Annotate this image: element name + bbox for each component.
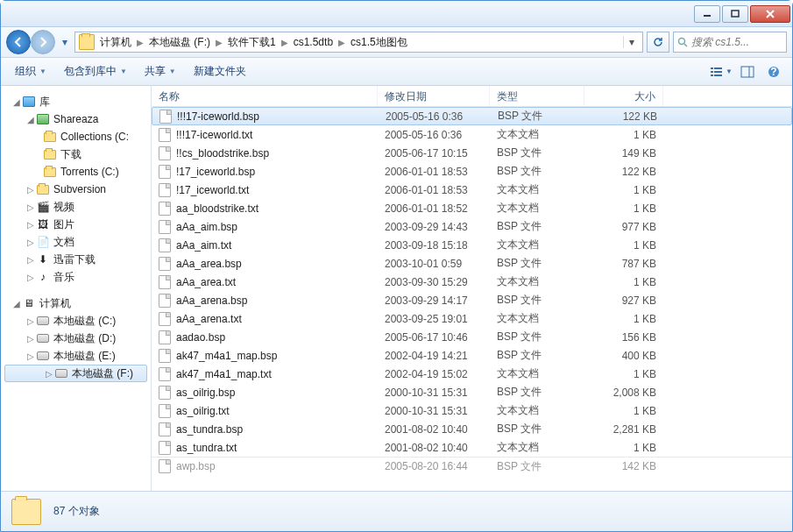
file-type: BSP 文件 — [490, 348, 584, 363]
search-input[interactable]: 搜索 cs1.5... — [673, 32, 787, 53]
navigation-tree[interactable]: ◢库 ◢Shareaza Collections (C: 下载 Torrents… — [1, 86, 152, 491]
tree-documents[interactable]: ▷📄文档 — [1, 233, 151, 251]
file-date: 2003-09-29 14:17 — [378, 294, 490, 307]
maximize-button[interactable] — [722, 5, 748, 23]
chevron-right-icon[interactable]: ▶ — [278, 38, 292, 47]
file-type: 文本文档 — [490, 238, 584, 252]
file-row[interactable]: as_tundra.bsp2001-08-02 10:40BSP 文件2,281… — [152, 420, 792, 438]
file-row[interactable]: aAa_area.bsp2003-10-01 0:59BSP 文件787 KB — [152, 254, 792, 273]
address-bar[interactable]: 计算机▶ 本地磁盘 (F:)▶ 软件下载1▶ cs1.5dtb▶ cs1.5地图… — [74, 32, 643, 53]
tree-libraries[interactable]: ◢库 — [1, 93, 151, 110]
help-button[interactable]: ? — [762, 62, 785, 82]
chevron-right-icon[interactable]: ▶ — [335, 38, 349, 47]
tree-drive-e[interactable]: ▷本地磁盘 (E:) — [1, 347, 151, 365]
file-size: 400 KB — [584, 350, 663, 362]
tree-shareaza[interactable]: ◢Shareaza — [1, 110, 151, 128]
file-date: 2006-01-01 18:53 — [378, 166, 490, 178]
file-row[interactable]: aAa_arena.bsp2003-09-29 14:17BSP 文件927 K… — [152, 291, 792, 309]
file-row[interactable]: !!cs_bloodstrike.bsp2005-06-17 10:15BSP … — [152, 144, 792, 162]
file-size: 2,008 KB — [584, 387, 663, 399]
file-row[interactable]: as_oilrig.txt2000-10-31 15:31文本文档1 KB — [152, 401, 792, 420]
file-row[interactable]: aAa_area.txt2003-09-30 15:29文本文档1 KB — [152, 273, 792, 291]
crumb-folder2[interactable]: cs1.5dtb — [292, 36, 335, 48]
file-date: 2003-10-01 0:59 — [378, 258, 490, 270]
crumb-drive[interactable]: 本地磁盘 (F:) — [147, 35, 212, 50]
file-row[interactable]: !!!17-iceworld.txt2005-05-16 0:36文本文档1 K… — [152, 125, 792, 144]
forward-button[interactable] — [31, 30, 55, 54]
download-icon: ⬇ — [36, 252, 50, 266]
file-icon — [159, 386, 171, 400]
file-date: 2005-06-17 10:15 — [378, 147, 490, 160]
crumb-folder1[interactable]: 软件下载1 — [226, 35, 278, 50]
search-icon — [677, 37, 688, 47]
file-row[interactable]: !!!17-iceworld.bsp2005-05-16 0:36BSP 文件1… — [152, 107, 792, 125]
address-dropdown[interactable]: ▾ — [623, 36, 639, 48]
tree-drive-d[interactable]: ▷本地磁盘 (D:) — [1, 330, 151, 347]
tree-pictures[interactable]: ▷🖼图片 — [1, 216, 151, 233]
file-row[interactable]: awp.bsp2005-08-20 16:44BSP 文件142 KB — [152, 457, 792, 475]
tree-drive-c[interactable]: ▷本地磁盘 (C:) — [1, 312, 151, 330]
file-date: 2005-05-16 0:36 — [379, 110, 491, 123]
file-row[interactable]: !17_iceworld.txt2006-01-01 18:53文本文档1 KB — [152, 181, 792, 199]
file-name: ak47_m4a1_map.bsp — [176, 350, 277, 362]
chevron-right-icon[interactable]: ▶ — [212, 38, 226, 47]
tree-video[interactable]: ▷🎬视频 — [1, 198, 151, 216]
include-menu[interactable]: 包含到库中▼ — [57, 60, 134, 82]
file-name: !!!17-iceworld.bsp — [177, 110, 259, 123]
organize-menu[interactable]: 组织▼ — [8, 60, 53, 82]
crumb-current[interactable]: cs1.5地图包 — [349, 35, 409, 50]
file-type: 文本文档 — [490, 274, 584, 289]
file-row[interactable]: as_tundra.txt2001-08-02 10:40文本文档1 KB — [152, 438, 792, 457]
file-type: BSP 文件 — [490, 385, 584, 400]
file-row[interactable]: aAa_arena.txt2003-09-25 19:01文本文档1 KB — [152, 309, 792, 328]
tree-xunlei[interactable]: ▷⬇迅雷下载 — [1, 251, 151, 268]
file-type: 文本文档 — [490, 403, 584, 418]
file-name: aAa_arena.bsp — [176, 294, 247, 307]
file-size: 2,281 KB — [584, 423, 663, 436]
crumb-computer[interactable]: 计算机 — [98, 35, 133, 50]
file-row[interactable]: ak47_m4a1_map.txt2002-04-19 15:02文本文档1 K… — [152, 365, 792, 383]
chevron-right-icon[interactable]: ▶ — [133, 38, 147, 47]
refresh-button[interactable] — [647, 32, 669, 53]
file-type: BSP 文件 — [490, 164, 584, 179]
history-dropdown[interactable]: ▾ — [59, 36, 71, 48]
svg-rect-1 — [732, 11, 739, 17]
file-date: 2005-05-16 0:36 — [378, 129, 490, 141]
file-row[interactable]: ak47_m4a1_map.bsp2002-04-19 14:21BSP 文件4… — [152, 346, 792, 365]
tree-music[interactable]: ▷♪音乐 — [1, 268, 151, 286]
close-button[interactable] — [750, 5, 790, 23]
file-date: 2002-04-19 15:02 — [378, 368, 490, 380]
file-row[interactable]: aAa_aim.bsp2003-09-29 14:43BSP 文件977 KB — [152, 217, 792, 236]
file-row[interactable]: as_oilrig.bsp2000-10-31 15:31BSP 文件2,008… — [152, 383, 792, 401]
col-header-date[interactable]: 修改日期 — [378, 86, 490, 106]
share-menu[interactable]: 共享▼ — [138, 60, 183, 82]
back-button[interactable] — [6, 30, 31, 54]
file-row[interactable]: aadao.bsp2005-06-17 10:46BSP 文件156 KB — [152, 328, 792, 346]
file-row[interactable]: aa_bloodstrike.txt2006-01-01 18:52文本文档1 … — [152, 199, 792, 217]
view-options-button[interactable]: ▼ — [710, 62, 733, 82]
file-type: 文本文档 — [490, 127, 584, 142]
tree-downloads[interactable]: 下载 — [1, 145, 151, 163]
tree-drive-f[interactable]: ▷本地磁盘 (F:) — [4, 365, 147, 382]
file-row[interactable]: !17_iceworld.bsp2006-01-01 18:53BSP 文件12… — [152, 162, 792, 181]
file-icon — [159, 441, 171, 455]
file-size: 142 KB — [584, 460, 663, 472]
minimize-button[interactable] — [694, 5, 720, 23]
col-header-size[interactable]: 大小 — [584, 86, 663, 106]
file-size: 1 KB — [584, 313, 663, 325]
col-header-name[interactable]: 名称 — [152, 86, 378, 106]
tree-torrents[interactable]: Torrents (C:) — [1, 163, 151, 181]
file-list[interactable]: !!!17-iceworld.bsp2005-05-16 0:36BSP 文件1… — [152, 107, 792, 491]
file-icon — [159, 294, 171, 308]
file-size: 1 KB — [584, 129, 663, 141]
file-row[interactable]: aAa_aim.txt2003-09-18 15:18文本文档1 KB — [152, 236, 792, 254]
file-size: 787 KB — [584, 258, 663, 270]
col-header-type[interactable]: 类型 — [490, 86, 584, 106]
svg-line-5 — [684, 44, 687, 46]
tree-collections[interactable]: Collections (C: — [1, 128, 151, 145]
new-folder-button[interactable]: 新建文件夹 — [187, 60, 253, 82]
tree-subversion[interactable]: ▷Subversion — [1, 181, 151, 198]
file-date: 2002-04-19 14:21 — [378, 350, 490, 362]
tree-computer[interactable]: ◢🖥计算机 — [1, 294, 151, 312]
preview-pane-button[interactable] — [736, 62, 759, 82]
